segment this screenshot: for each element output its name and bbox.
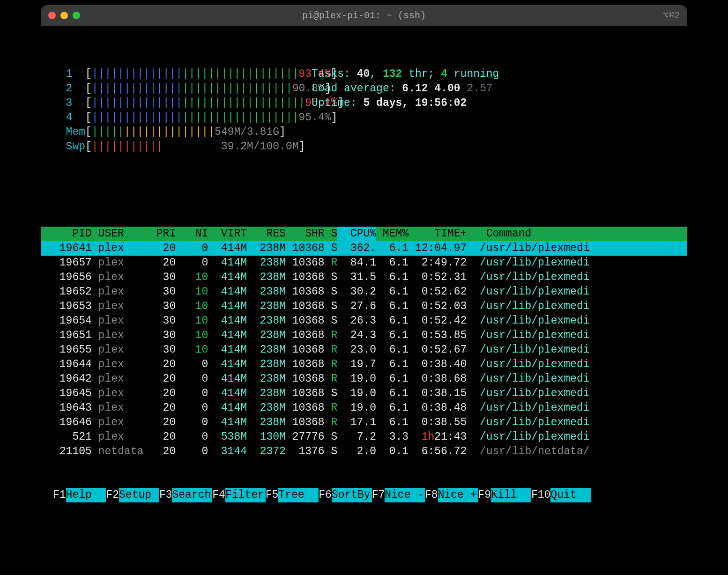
process-row[interactable]: 21105netdata200314423721376S2.00.16:56.7… xyxy=(41,444,687,459)
fkey-F7[interactable]: F7 xyxy=(372,488,385,502)
process-row[interactable]: 19656plex3010414M238M10368S31.56.10:52.3… xyxy=(41,270,687,285)
fkey-F10-label[interactable]: Quit xyxy=(550,488,591,502)
fkey-F6[interactable]: F6 xyxy=(319,488,332,502)
keyboard-shortcut: ⌥⌘2 xyxy=(663,8,680,23)
uptime-label: Uptime: xyxy=(312,97,363,109)
swp-meter: Swp[||||||||||| 39.2M/100.0M] xyxy=(41,140,687,154)
process-row[interactable]: 19653plex3010414M238M10368S27.66.10:52.0… xyxy=(41,299,687,314)
process-row-selected[interactable]: 19641plex200414M238M10368S362.6.112:04.9… xyxy=(41,241,687,256)
function-key-bar: F1Help F2Setup F3SearchF4FilterF5Tree F6… xyxy=(41,488,687,502)
cpu-meter-1: 1 [||||||||||||||||||||||||||||||||93.4%… xyxy=(41,67,687,81)
fkey-F2[interactable]: F2 xyxy=(106,488,119,502)
terminal-content[interactable]: 1 [||||||||||||||||||||||||||||||||93.4%… xyxy=(41,26,687,570)
window-title: pi@plex-pi-01: ~ (ssh) xyxy=(41,8,687,23)
fkey-F9[interactable]: F9 xyxy=(478,488,491,502)
process-row[interactable]: 19645plex200414M238M10368S19.06.10:38.15… xyxy=(41,386,687,401)
fkey-F6-label[interactable]: SortBy xyxy=(332,488,372,502)
load-label: Load average: xyxy=(312,82,402,95)
fkey-F9-label[interactable]: Kill xyxy=(491,488,531,502)
fkey-F8-label[interactable]: Nice + xyxy=(438,488,478,502)
fkey-F1-label[interactable]: Help xyxy=(66,488,106,502)
process-row[interactable]: 521plex200538M130M27776S7.23.31h21:43 /u… xyxy=(41,430,687,444)
process-row[interactable]: 19657plex200414M238M10368R84.16.12:49.72… xyxy=(41,256,687,270)
fkey-F1[interactable]: F1 xyxy=(53,488,66,502)
cpu-meter-2: 2 [|||||||||||||||||||||||||||||||90.8%]… xyxy=(41,81,687,96)
mem-meter: Mem[|||||||||||||||||||549M/3.81G] xyxy=(41,125,687,140)
process-row[interactable]: 19654plex3010414M238M10368S26.36.10:52.4… xyxy=(41,314,687,328)
fkey-F10[interactable]: F10 xyxy=(531,488,550,502)
fkey-F4[interactable]: F4 xyxy=(212,488,225,502)
cpu-meter-3: 3 [|||||||||||||||||||||||||||||||||96.1… xyxy=(41,96,687,111)
process-row[interactable]: 19643plex200414M238M10368R19.06.10:38.48… xyxy=(41,401,687,415)
fkey-F4-label[interactable]: Filter xyxy=(225,488,266,502)
process-row[interactable]: 19646plex200414M238M10368R17.16.10:38.55… xyxy=(41,415,687,430)
fkey-F3[interactable]: F3 xyxy=(159,488,172,502)
process-row[interactable]: 19655plex3010414M238M10368R23.06.10:52.6… xyxy=(41,343,687,357)
process-header[interactable]: PIDUSERPRINIVIRTRESSHRSCPU%MEM%TIME+ Com… xyxy=(41,227,687,241)
process-row[interactable]: 19651plex3010414M238M10368R24.36.10:53.8… xyxy=(41,328,687,343)
terminal-window: pi@plex-pi-01: ~ (ssh) ⌥⌘2 1 [||||||||||… xyxy=(41,5,687,570)
process-row[interactable]: 19642plex200414M238M10368R19.06.10:38.68… xyxy=(41,372,687,386)
fkey-F5[interactable]: F5 xyxy=(266,488,279,502)
process-row[interactable]: 19652plex3010414M238M10368S30.26.10:52.6… xyxy=(41,285,687,299)
titlebar[interactable]: pi@plex-pi-01: ~ (ssh) ⌥⌘2 xyxy=(41,5,687,26)
fkey-F5-label[interactable]: Tree xyxy=(278,488,319,502)
cpu-meter-4: 4 [||||||||||||||||||||||||||||||||95.4%… xyxy=(41,111,687,125)
process-row[interactable]: 19644plex200414M238M10368R19.76.10:38.40… xyxy=(41,357,687,372)
tasks-label: Tasks: xyxy=(312,68,357,80)
fkey-F3-label[interactable]: Search xyxy=(172,488,212,502)
fkey-F7-label[interactable]: Nice - xyxy=(385,488,425,502)
fkey-F2-label[interactable]: Setup xyxy=(119,488,159,502)
fkey-F8[interactable]: F8 xyxy=(425,488,438,502)
